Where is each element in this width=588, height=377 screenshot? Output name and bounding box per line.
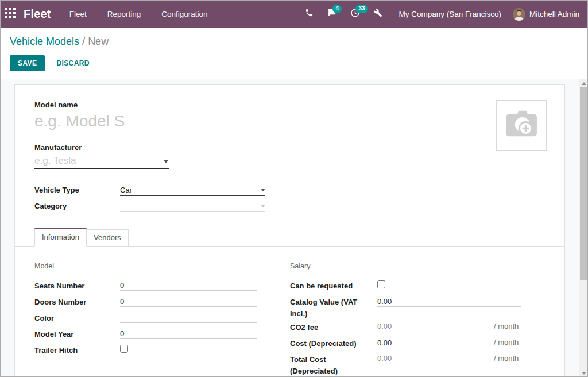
total-cost-value: 0.00 (377, 354, 392, 363)
apps-menu-button[interactable] (1, 1, 20, 28)
color-input[interactable] (120, 313, 257, 323)
discard-button[interactable]: DISCARD (52, 55, 94, 71)
breadcrumb-current: New (88, 36, 109, 47)
messages-count-badge: 4 (332, 5, 342, 13)
category-label: Category (34, 202, 67, 210)
scrollbar-down-arrow[interactable] (582, 372, 586, 375)
seats-number-label: Seats Number (34, 280, 118, 292)
manufacturer-dropdown-icon[interactable] (164, 160, 168, 163)
app-brand[interactable]: Fleet (24, 7, 51, 21)
topbar-right: 4 33 My Company (San Francisco) (303, 8, 587, 21)
color-label: Color (34, 313, 118, 324)
user-avatar (513, 8, 525, 21)
model-year-label: Model Year (34, 329, 118, 340)
model-name-input[interactable] (34, 109, 372, 133)
grid-icon (5, 8, 16, 21)
category-select[interactable] (120, 201, 265, 212)
user-menu[interactable]: Mitchell Admin (513, 8, 579, 21)
model-year-input[interactable] (120, 329, 257, 339)
chevron-down-icon (261, 188, 265, 191)
co2-fee-value: 0.00 (377, 322, 392, 330)
co2-fee-suffix: / month (494, 322, 519, 330)
seats-number-input[interactable] (120, 280, 257, 291)
menu-configuration[interactable]: Configuration (161, 10, 207, 18)
can-be-requested-checkbox[interactable] (377, 280, 385, 288)
phone-button[interactable] (303, 9, 315, 20)
vehicle-type-label: Vehicle Type (34, 186, 79, 194)
messages-button[interactable]: 4 (326, 9, 338, 20)
total-cost-label: Total Cost (Depreciated) (290, 354, 373, 377)
manufacturer-input[interactable] (34, 153, 169, 169)
catalog-value-input[interactable] (377, 297, 521, 307)
tab-vendors[interactable]: Vendors (87, 229, 129, 246)
top-navbar: Fleet Fleet Reporting Configuration 4 (1, 1, 587, 28)
main-menu: Fleet Reporting Configuration (69, 10, 208, 18)
vehicle-type-select[interactable]: Car (120, 184, 265, 196)
doors-number-label: Doors Number (34, 297, 118, 308)
breadcrumb: Vehicle Models / New (10, 36, 109, 48)
model-section-title: Model (34, 262, 257, 274)
scrollbar-up-arrow[interactable] (582, 82, 586, 85)
app-window: Fleet Fleet Reporting Configuration 4 (0, 0, 588, 377)
trailer-hitch-checkbox[interactable] (120, 345, 128, 353)
model-name-label: Model name (34, 101, 78, 109)
doors-number-input[interactable] (120, 297, 257, 307)
can-be-requested-label: Can be requested (290, 280, 373, 292)
breadcrumb-separator: / (82, 36, 85, 47)
activities-count-badge: 33 (355, 5, 368, 13)
breadcrumb-vehicle-models[interactable]: Vehicle Models (10, 36, 79, 47)
activities-button[interactable]: 33 (349, 9, 361, 20)
cost-depreciated-suffix: / month (494, 338, 519, 347)
salary-section-title: Salary (290, 262, 512, 274)
action-buttons: SAVE DISCARD (10, 55, 94, 71)
model-image-upload[interactable] (496, 100, 547, 151)
user-name: Mitchell Admin (529, 10, 579, 18)
catalog-value-label: Catalog Value (VAT Incl.) (290, 297, 373, 320)
scrollbar-thumb[interactable] (580, 87, 587, 280)
cost-depreciated-label: Cost (Depreciated) (290, 338, 373, 349)
trailer-hitch-label: Trailer Hitch (34, 345, 118, 356)
vehicle-type-value: Car (120, 186, 132, 194)
camera-plus-icon (504, 109, 539, 141)
total-cost-suffix: / month (494, 354, 519, 363)
menu-reporting[interactable]: Reporting (107, 10, 141, 18)
co2-fee-label: CO2 fee (290, 322, 373, 333)
chevron-down-icon (261, 205, 265, 207)
menu-fleet[interactable]: Fleet (69, 10, 87, 18)
control-panel: Vehicle Models / New SAVE DISCARD (1, 28, 587, 79)
tab-information[interactable]: Information (34, 228, 87, 247)
phone-icon (305, 9, 314, 20)
cost-depreciated-input[interactable] (377, 338, 492, 348)
form-sheet: Model name Manufacturer Vehicle Type Car… (14, 84, 565, 377)
company-switcher[interactable]: My Company (San Francisco) (399, 10, 501, 18)
wrench-icon (374, 9, 382, 20)
save-button[interactable]: SAVE (10, 55, 45, 71)
developer-tools-button[interactable] (372, 9, 384, 20)
manufacturer-label: Manufacturer (34, 143, 82, 152)
tabbar-divider (15, 246, 564, 247)
